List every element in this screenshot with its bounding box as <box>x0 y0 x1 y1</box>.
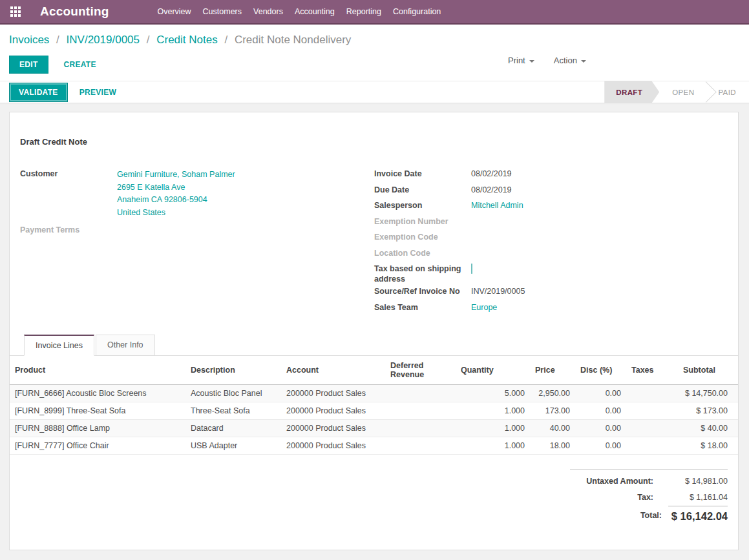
statusbar: VALIDATE PREVIEW DRAFT OPEN PAID <box>0 81 749 103</box>
exemption-number-field: Exemption Number <box>374 214 728 231</box>
nav-item-configuration[interactable]: Configuration <box>387 7 447 16</box>
caret-down-icon <box>529 60 534 63</box>
content-area: Draft Credit Note Customer Gemini Furnit… <box>0 105 749 560</box>
nav-menu: Overview Customers Vendors Accounting Re… <box>152 7 447 16</box>
action-dropdowns: Print Action <box>508 56 606 65</box>
exemption-code-field: Exemption Code <box>374 230 728 246</box>
source-invoice-field: Source/Ref Invoice No INV/2019/0005 <box>374 284 728 300</box>
apps-grid-icon[interactable] <box>10 6 21 17</box>
customer-name-link[interactable]: Gemini Furniture, Soham Palmer <box>117 169 235 181</box>
invoice-line-row[interactable]: [FURN_7777] Office Chair USB Adapter 200… <box>10 437 738 455</box>
nav-item-customers[interactable]: Customers <box>197 7 248 16</box>
col-description: Description <box>185 356 281 385</box>
payment-terms-label: Payment Terms <box>20 223 117 235</box>
tab-other-info[interactable]: Other Info <box>96 335 155 356</box>
col-product: Product <box>10 356 185 385</box>
col-deferred-revenue: Deferred Revenue <box>385 356 456 385</box>
col-account: Account <box>281 356 385 385</box>
breadcrumb-separator: / <box>56 34 59 46</box>
col-quantity: Quantity <box>456 356 530 385</box>
col-taxes: Taxes <box>626 356 678 385</box>
status-stages: DRAFT OPEN PAID <box>604 81 749 103</box>
caret-down-icon <box>581 60 586 63</box>
left-field-column: Customer Gemini Furniture, Soham Palmer … <box>20 167 374 316</box>
table-header-row: Product Description Account Deferred Rev… <box>10 356 738 385</box>
app-title[interactable]: Accounting <box>40 5 109 19</box>
print-dropdown[interactable]: Print <box>508 56 534 65</box>
salesperson-link[interactable]: Mitchell Admin <box>471 201 523 210</box>
tax-row: Tax: $ 1,161.04 <box>570 490 728 506</box>
due-date-value: 08/02/2019 <box>471 183 512 195</box>
customer-value: Gemini Furniture, Soham Palmer 2695 E Ka… <box>117 167 235 219</box>
preview-button[interactable]: PREVIEW <box>79 88 116 97</box>
tax-value: $ 1,161.04 <box>660 490 728 506</box>
customer-address-line[interactable]: Anaheim CA 92806-5904 <box>117 194 235 207</box>
tax-shipping-field: Tax based on shipping address <box>374 262 728 284</box>
customer-address-line[interactable]: 2695 E Katella Ave <box>117 181 235 194</box>
breadcrumb-separator: / <box>147 34 150 46</box>
col-disc: Disc (%) <box>575 356 626 385</box>
invoice-line-row[interactable]: [FURN_6666] Acoustic Bloc Screens Acoust… <box>10 385 738 402</box>
action-dropdown[interactable]: Action <box>554 56 586 65</box>
stage-draft[interactable]: DRAFT <box>604 81 659 103</box>
breadcrumb-invoices[interactable]: Invoices <box>9 34 49 46</box>
top-navbar: Accounting Overview Customers Vendors Ac… <box>0 0 749 25</box>
notebook-tabs: Invoice Lines Other Info <box>10 335 738 356</box>
breadcrumb: Invoices / INV/2019/0005 / Credit Notes … <box>9 34 740 47</box>
document-title: Draft Credit Note <box>20 137 728 147</box>
edit-button[interactable]: EDIT <box>9 56 48 74</box>
nav-item-vendors[interactable]: Vendors <box>248 7 289 16</box>
total-row: Total: $ 16,142.04 <box>570 506 728 526</box>
breadcrumb-current: Credit Note Nondelivery <box>235 34 351 46</box>
breadcrumb-credit-notes[interactable]: Credit Notes <box>156 34 217 46</box>
col-price: Price <box>530 356 575 385</box>
sales-team-link[interactable]: Europe <box>471 303 497 312</box>
totals-summary: Untaxed Amount: $ 14,981.00 Tax: $ 1,161… <box>570 469 728 526</box>
control-panel: Invoices / INV/2019/0005 / Credit Notes … <box>0 25 749 81</box>
breadcrumb-separator: / <box>224 34 227 46</box>
validate-button[interactable]: VALIDATE <box>9 83 68 102</box>
location-code-field: Location Code <box>374 246 728 262</box>
nav-item-accounting[interactable]: Accounting <box>289 7 341 16</box>
customer-address-line[interactable]: United States <box>117 207 235 220</box>
credit-note-sheet: Draft Credit Note Customer Gemini Furnit… <box>9 112 739 550</box>
nav-item-reporting[interactable]: Reporting <box>341 7 387 16</box>
invoice-line-row[interactable]: [FURN_8888] Office Lamp Datacard 200000 … <box>10 420 738 437</box>
button-row: EDIT CREATE <box>9 56 740 73</box>
invoice-date-field: Invoice Date 08/02/2019 <box>374 167 728 183</box>
tax-shipping-checkbox[interactable] <box>471 264 472 274</box>
invoice-lines-table: Product Description Account Deferred Rev… <box>10 356 738 455</box>
sales-team-field: Sales Team Europe <box>374 300 728 316</box>
tab-invoice-lines[interactable]: Invoice Lines <box>24 335 94 356</box>
salesperson-field: Salesperson Mitchell Admin <box>374 198 728 214</box>
customer-field: Customer Gemini Furniture, Soham Palmer … <box>20 167 374 219</box>
due-date-field: Due Date 08/02/2019 <box>374 183 728 199</box>
payment-terms-field: Payment Terms <box>20 223 374 239</box>
field-columns: Customer Gemini Furniture, Soham Palmer … <box>20 167 728 316</box>
untaxed-amount-value: $ 14,981.00 <box>660 473 728 490</box>
untaxed-amount-row: Untaxed Amount: $ 14,981.00 <box>570 473 728 490</box>
breadcrumb-invoice-number[interactable]: INV/2019/0005 <box>67 34 140 46</box>
right-field-column: Invoice Date 08/02/2019 Due Date 08/02/2… <box>374 167 728 316</box>
nav-item-overview[interactable]: Overview <box>152 7 197 16</box>
create-button[interactable]: CREATE <box>59 56 101 73</box>
invoice-date-value: 08/02/2019 <box>471 167 512 179</box>
source-invoice-value: INV/2019/0005 <box>471 284 525 296</box>
customer-label: Customer <box>20 167 117 179</box>
col-subtotal: Subtotal <box>678 356 738 385</box>
invoice-line-row[interactable]: [FURN_8999] Three-Seat Sofa Three-Seat S… <box>10 402 738 420</box>
total-value: $ 16,142.04 <box>668 506 728 526</box>
